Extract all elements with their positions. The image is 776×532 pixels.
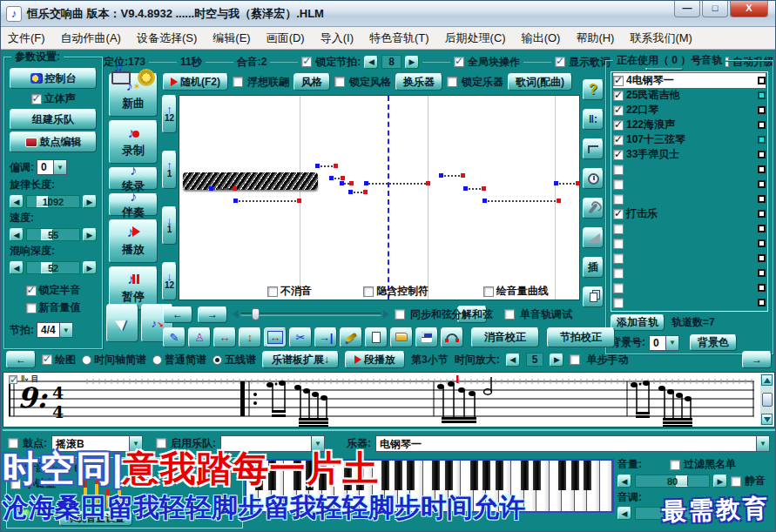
maximize-button[interactable]: □: [702, 1, 728, 17]
cut-tool[interactable]: ✂: [289, 327, 312, 347]
global-block-checkbox[interactable]: [454, 57, 464, 67]
menu-item[interactable]: 自动作曲(A): [61, 30, 121, 46]
system-volume-button[interactable]: 系统音量设置: [59, 511, 132, 526]
piano-black-key[interactable]: [306, 461, 314, 490]
roll-option-checkbox[interactable]: [267, 286, 278, 297]
melody-right-arrow[interactable]: ▶: [83, 195, 97, 208]
note-segment[interactable]: [317, 165, 336, 167]
track-row[interactable]: [613, 177, 766, 192]
piano-white-key[interactable]: [600, 461, 612, 511]
band-select[interactable]: ▼: [220, 435, 325, 452]
enable-band-checkbox[interactable]: [156, 438, 166, 448]
piano-black-key[interactable]: [571, 461, 579, 490]
note-segment[interactable]: [183, 172, 318, 190]
expand-score-button[interactable]: 乐谱板扩展↓: [262, 351, 339, 368]
note-segment[interactable]: [235, 200, 300, 202]
track-indicator[interactable]: [758, 121, 766, 129]
brush-tool[interactable]: [340, 327, 362, 347]
staff-scroll-up-button[interactable]: [761, 374, 773, 386]
wrench-button[interactable]: [583, 198, 604, 219]
piano-black-key[interactable]: [381, 461, 389, 490]
roll-option-checkbox[interactable]: [363, 286, 374, 297]
track-checkbox[interactable]: [613, 224, 624, 234]
track-indicator[interactable]: [758, 225, 766, 232]
drum-checkbox[interactable]: [8, 438, 18, 448]
piano-black-key[interactable]: [558, 461, 566, 490]
piano-black-key[interactable]: [533, 461, 541, 490]
menu-item[interactable]: 文件(F): [8, 30, 45, 46]
position-slider[interactable]: [233, 310, 389, 319]
slider-thumb[interactable]: [252, 308, 260, 320]
note-select-tool[interactable]: ♙: [188, 327, 211, 347]
note-segment[interactable]: [331, 178, 343, 179]
staff-mini-checkbox[interactable]: [9, 375, 17, 384]
play-button[interactable]: ♪ 播放: [109, 219, 158, 263]
lock-instrument-checkbox[interactable]: [447, 77, 457, 87]
drum-select[interactable]: 摇滚B ▼: [51, 435, 143, 452]
piano-black-key[interactable]: [344, 461, 352, 490]
stretch-horizontal-tool[interactable]: ↔: [213, 327, 236, 347]
track-indicator[interactable]: [758, 136, 766, 144]
track-indicator[interactable]: [758, 239, 766, 247]
show-lyrics-checkbox[interactable]: [555, 57, 565, 67]
note-segment[interactable]: [350, 192, 366, 193]
build-band-button[interactable]: 组建乐队: [10, 109, 97, 130]
note-segment[interactable]: [465, 188, 484, 190]
transpose-up-1-button[interactable]: ↑ 1: [162, 151, 177, 189]
track-row[interactable]: [613, 236, 766, 251]
detune-select[interactable]: 0 ▼: [37, 159, 67, 175]
track-indicator[interactable]: [758, 299, 766, 306]
staff-notation-radio[interactable]: [213, 355, 222, 365]
console-button[interactable]: 控制台: [10, 68, 97, 89]
beat-increment-button[interactable]: ▶: [405, 56, 419, 69]
piano-black-key[interactable]: [470, 461, 478, 490]
track-checkbox[interactable]: [613, 150, 624, 160]
lock-beat-checkbox[interactable]: [301, 57, 312, 67]
piano-black-key[interactable]: [445, 461, 453, 490]
slider-left-icon[interactable]: [233, 310, 239, 319]
save-file-button[interactable]: [415, 327, 438, 347]
track-checkbox[interactable]: [613, 194, 624, 205]
track-checkbox[interactable]: [613, 239, 624, 249]
staff-notation[interactable]: ‖៴ 目 9: 4 4: [3, 372, 775, 428]
mute-checkbox[interactable]: [731, 476, 741, 487]
beat-correction-button[interactable]: 节拍校正: [547, 327, 615, 347]
speed-right-arrow[interactable]: ▶: [83, 228, 97, 241]
track-row[interactable]: [613, 295, 766, 310]
random-button[interactable]: 随机(F2): [163, 73, 228, 91]
single-step-checkbox[interactable]: [570, 354, 580, 365]
menu-item[interactable]: 特色音轨(T): [369, 30, 429, 46]
scroll-right-button[interactable]: →: [198, 306, 227, 323]
record-button[interactable]: ♪ 录制: [109, 120, 158, 164]
track-checkbox[interactable]: [613, 165, 624, 175]
menu-item[interactable]: 后期处理(C): [445, 30, 506, 46]
pitch-slider[interactable]: ◀ 3: [617, 507, 773, 520]
volume-down-button[interactable]: ◀: [617, 475, 631, 488]
change-instrument-button[interactable]: 换乐器: [395, 73, 442, 91]
track-checkbox[interactable]: [613, 209, 624, 219]
accompaniment-button[interactable]: ♪ 伴奏: [109, 193, 158, 216]
piano-black-key[interactable]: [268, 461, 276, 490]
speed-scrollbar[interactable]: ◀ 55 ▶: [10, 228, 97, 241]
track-row[interactable]: [613, 251, 766, 266]
piano-black-key[interactable]: [294, 461, 301, 490]
menu-item[interactable]: 编辑(E): [213, 30, 250, 46]
piano-black-key[interactable]: [496, 461, 503, 490]
track-indicator[interactable]: [758, 269, 766, 277]
piano-keyboard[interactable]: [245, 459, 614, 513]
track-row[interactable]: 4电钢琴一: [613, 73, 766, 88]
staff-scroll-down-button[interactable]: [761, 414, 773, 425]
piano-roll[interactable]: 不消音 隐含控制符 绘音量曲线: [179, 95, 580, 300]
scroll-left-button[interactable]: ←: [163, 306, 192, 323]
help-button[interactable]: ?: [583, 79, 604, 100]
note-pen-tool[interactable]: ✎: [163, 327, 186, 347]
track-row[interactable]: 33手弹贝士: [613, 147, 766, 162]
transpose-down-12-button[interactable]: ↓ 12: [162, 262, 177, 300]
arpeggio-button[interactable]: 分解和弦: [457, 306, 487, 323]
sync-chord-checkbox[interactable]: [395, 309, 405, 320]
piano-black-key[interactable]: [356, 461, 364, 490]
snap-to-bar-tool[interactable]: →|: [314, 327, 337, 347]
track-row[interactable]: 122海浪声: [613, 118, 766, 132]
mute-correction-button[interactable]: 消音校正: [471, 327, 539, 347]
track-indicator[interactable]: [758, 254, 766, 262]
